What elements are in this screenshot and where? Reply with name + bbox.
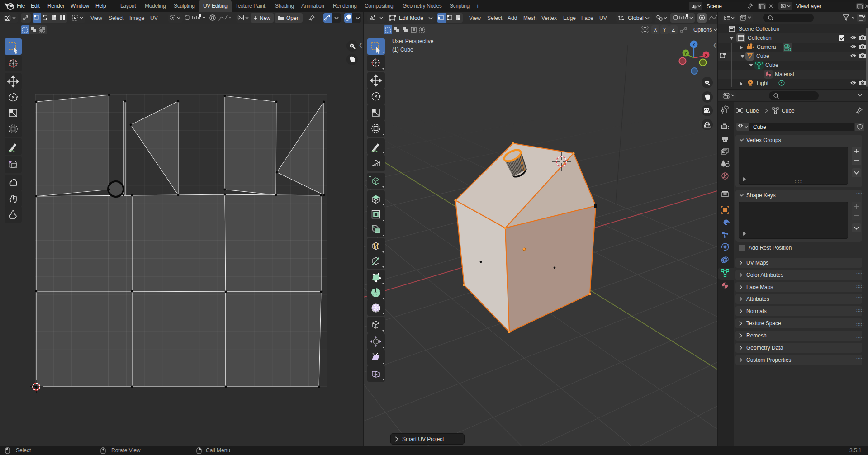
svg-text:Z: Z (693, 42, 695, 47)
svg-text:Y: Y (684, 51, 688, 56)
svg-text:X: X (705, 52, 708, 57)
